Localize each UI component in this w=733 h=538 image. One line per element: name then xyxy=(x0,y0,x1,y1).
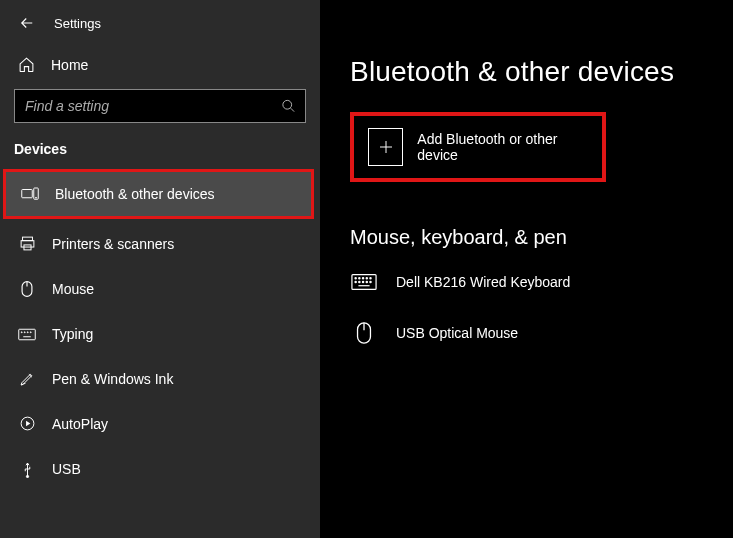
svg-point-11 xyxy=(24,331,25,332)
sidebar-item-label: Pen & Windows Ink xyxy=(52,371,173,387)
search-container xyxy=(14,89,306,123)
device-item[interactable]: Dell KB216 Wired Keyboard xyxy=(350,265,733,313)
home-label: Home xyxy=(51,57,88,73)
sidebar-item-typing[interactable]: Typing xyxy=(0,312,320,356)
sidebar-item-label: USB xyxy=(52,461,81,477)
sidebar-nav: Bluetooth & other devices Printers & sca… xyxy=(0,167,320,492)
svg-point-22 xyxy=(370,278,371,279)
svg-point-20 xyxy=(362,278,363,279)
svg-point-24 xyxy=(359,281,360,282)
svg-point-23 xyxy=(355,281,356,282)
svg-point-16 xyxy=(26,475,28,477)
svg-rect-1 xyxy=(22,190,33,198)
svg-point-13 xyxy=(30,331,31,332)
printer-icon xyxy=(18,235,36,252)
title-bar: Settings xyxy=(0,0,320,42)
back-button[interactable] xyxy=(18,14,36,32)
device-category-title: Mouse, keyboard, & pen xyxy=(350,226,733,249)
sidebar-item-mouse[interactable]: Mouse xyxy=(0,266,320,312)
svg-rect-9 xyxy=(19,329,36,340)
usb-icon xyxy=(18,460,36,478)
sidebar-item-label: Printers & scanners xyxy=(52,236,174,252)
svg-point-21 xyxy=(366,278,367,279)
page-title: Bluetooth & other devices xyxy=(350,56,733,88)
sidebar-item-pen[interactable]: Pen & Windows Ink xyxy=(0,356,320,401)
sidebar-item-autoplay[interactable]: AutoPlay xyxy=(0,401,320,446)
arrow-left-icon xyxy=(18,14,36,32)
home-icon xyxy=(18,56,35,73)
keyboard-icon xyxy=(18,328,36,341)
mouse-icon xyxy=(350,321,378,345)
svg-point-26 xyxy=(366,281,367,282)
sidebar-item-bluetooth[interactable]: Bluetooth & other devices xyxy=(3,169,314,219)
sidebar-item-usb[interactable]: USB xyxy=(0,446,320,492)
sidebar-item-printers[interactable]: Printers & scanners xyxy=(0,221,320,266)
sidebar-item-label: AutoPlay xyxy=(52,416,108,432)
svg-point-25 xyxy=(362,281,363,282)
pen-icon xyxy=(18,370,36,387)
search-input[interactable] xyxy=(14,89,306,123)
mouse-icon xyxy=(18,280,36,298)
add-device-label: Add Bluetooth or other device xyxy=(417,131,588,163)
svg-point-3 xyxy=(36,197,37,198)
home-link[interactable]: Home xyxy=(0,42,320,85)
sidebar-item-label: Bluetooth & other devices xyxy=(55,186,215,202)
svg-point-12 xyxy=(27,331,28,332)
device-name: USB Optical Mouse xyxy=(396,325,518,341)
sidebar: Settings Home Devices Bluetooth & other … xyxy=(0,0,320,538)
add-device-button[interactable]: Add Bluetooth or other device xyxy=(350,112,606,182)
svg-point-19 xyxy=(359,278,360,279)
keyboard-icon xyxy=(350,273,378,291)
app-title: Settings xyxy=(54,16,101,31)
sidebar-item-label: Mouse xyxy=(52,281,94,297)
autoplay-icon xyxy=(18,415,36,432)
svg-rect-5 xyxy=(21,241,34,247)
sidebar-item-label: Typing xyxy=(52,326,93,342)
svg-point-18 xyxy=(355,278,356,279)
main-content: Bluetooth & other devices Add Bluetooth … xyxy=(320,0,733,538)
svg-rect-4 xyxy=(22,237,32,241)
svg-point-27 xyxy=(370,281,371,282)
device-item[interactable]: USB Optical Mouse xyxy=(350,313,733,367)
svg-point-10 xyxy=(21,331,22,332)
devices-icon xyxy=(21,187,39,201)
plus-icon xyxy=(368,128,403,166)
sidebar-section-header: Devices xyxy=(0,141,320,167)
device-name: Dell KB216 Wired Keyboard xyxy=(396,274,570,290)
